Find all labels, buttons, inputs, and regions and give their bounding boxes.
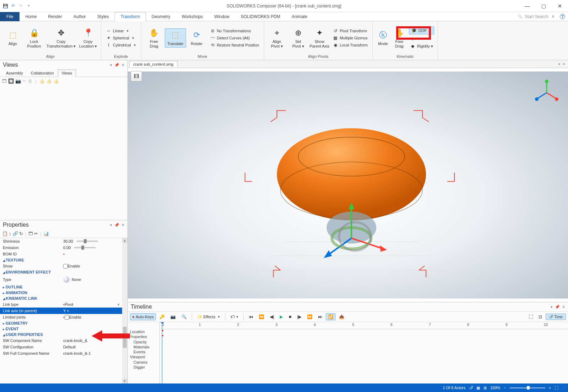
step-forward-button[interactable]: |▶: [295, 313, 304, 320]
views-tool-icon[interactable]: 🔲: [8, 78, 14, 84]
prop-tool-icon[interactable]: ↻: [19, 231, 23, 236]
ribbon-collapse-icon[interactable]: ᐱ: [552, 15, 554, 18]
prop-tool-icon[interactable]: 🔗: [12, 231, 18, 236]
track-viewport[interactable]: Viewport: [129, 354, 158, 359]
panel-close-icon[interactable]: ✕: [121, 63, 125, 67]
prop-row-sw-full-name[interactable]: SW Full Component Namecrank-knob_&-1: [0, 350, 122, 357]
track-camera[interactable]: Camera: [129, 360, 158, 365]
pivot-transform-button[interactable]: ↺Pivot Transform: [332, 28, 369, 34]
time-mode-button[interactable]: ⮰Time: [546, 314, 566, 320]
fast-forward-button[interactable]: ⏩: [305, 313, 315, 320]
properties-scrollbar[interactable]: ▴ ▾: [122, 238, 127, 383]
tab-solidworks-pdm[interactable]: SOLIDWORKS PDM: [235, 12, 286, 21]
track-events[interactable]: Events: [129, 349, 158, 354]
prop-cat-geometry[interactable]: GEOMETRY: [0, 320, 122, 326]
tl-tool-button[interactable]: 📤: [337, 313, 346, 320]
prop-tool-icon[interactable]: 🗔: [28, 231, 33, 236]
free-drag-button[interactable]: ✋Free Drag: [143, 27, 165, 49]
panel-close-icon[interactable]: ✕: [562, 305, 565, 309]
prop-cat-animation[interactable]: ANIMATION: [0, 290, 122, 296]
status-resize-grip-icon[interactable]: ⋰: [562, 386, 566, 390]
local-transform-button[interactable]: ◉Local Transform: [332, 42, 369, 48]
prop-cat-outline[interactable]: OUTLINE: [0, 284, 122, 290]
explode-linear-button[interactable]: ↔Linear▼: [105, 28, 137, 34]
panel-unpin-icon[interactable]: 📌: [114, 223, 119, 227]
show-parent-axis-button[interactable]: ✦Show Parent Axis: [309, 27, 330, 49]
timeline-keyframe[interactable]: [162, 330, 163, 331]
prop-row-bom-id[interactable]: BOM ID▪: [0, 251, 122, 257]
loop-button[interactable]: 🔁: [326, 313, 335, 320]
effects-button[interactable]: ✨Effects▼: [195, 313, 222, 320]
minimize-button[interactable]: —: [519, 0, 535, 12]
status-apps-icon[interactable]: ⊞: [484, 386, 487, 390]
tab-author[interactable]: Author: [68, 12, 92, 21]
viewport-film-icon[interactable]: 🎞: [131, 71, 142, 82]
explode-spherical-button[interactable]: ✶Spherical▼: [105, 35, 137, 41]
prop-row-limited-joints[interactable]: Limited joints▪ Enable: [0, 314, 122, 320]
tab-home[interactable]: Home: [20, 12, 42, 21]
limited-joints-checkbox[interactable]: [65, 315, 69, 320]
3d-viewport[interactable]: 🎞: [128, 68, 568, 302]
views-tool-icon[interactable]: 📷: [15, 78, 21, 84]
panel-pin-icon[interactable]: ▾: [110, 63, 112, 67]
timeline-ruler[interactable]: 0 1 2 3 4 5 6 7 8 9 10: [160, 322, 568, 329]
prop-tool-icon[interactable]: ✏: [34, 231, 38, 236]
restore-neutral-button[interactable]: ⟲Restore Neutral Position: [209, 42, 260, 48]
prop-row-link-type[interactable]: Link type▪ Pivot▾: [0, 301, 122, 308]
qat-dropdown-icon[interactable]: ▼: [26, 3, 32, 9]
detect-curves-button[interactable]: 〰Detect Curves (Alt): [209, 35, 260, 41]
prop-cat-user-properties[interactable]: USER PROPERTIES: [0, 332, 122, 337]
zoom-slider[interactable]: [510, 387, 545, 388]
views-tool-icon[interactable]: ✂: [22, 78, 26, 84]
dof-button[interactable]: 🎓DOF: [409, 27, 434, 34]
set-pivot-button[interactable]: ⊕Set Pivot ▾: [288, 27, 309, 49]
document-tab[interactable]: crank sub_content.smg: [129, 61, 178, 67]
stop-button[interactable]: ■: [286, 313, 293, 320]
tab-styles[interactable]: Styles: [92, 12, 115, 21]
panel-unpin-icon[interactable]: 📌: [555, 305, 560, 309]
explode-cylindrical-button[interactable]: ⌇Cylindrical▼: [105, 42, 137, 48]
close-button[interactable]: ✕: [552, 0, 568, 12]
views-tab-assembly[interactable]: Assembly: [2, 70, 27, 77]
views-tool-icon[interactable]: 👍: [53, 78, 59, 84]
prop-tool-icon[interactable]: 📊: [43, 231, 49, 236]
tab-render[interactable]: Render: [42, 12, 67, 21]
views-tab-views[interactable]: Views: [58, 70, 76, 77]
doc-tab-dropdown-icon[interactable]: ▾: [558, 62, 560, 66]
track-materials[interactable]: Materials: [129, 344, 158, 349]
rewind-button[interactable]: ⏪: [257, 313, 266, 320]
timeline-keyframe[interactable]: [162, 335, 163, 336]
scroll-up-icon[interactable]: ▴: [122, 238, 127, 243]
step-back-button[interactable]: ◀|: [268, 313, 276, 320]
tl-zoom-button[interactable]: ⊡: [536, 313, 544, 320]
prop-row-sw-config[interactable]: SW ConfigurationDefault: [0, 344, 122, 350]
copy-transformation-button[interactable]: ✥Copy Transformation ▾: [45, 27, 77, 49]
goto-start-button[interactable]: ⏮: [247, 313, 255, 320]
status-cursor-icon[interactable]: ⮰: [469, 386, 473, 390]
prop-row-type[interactable]: TypeNone: [0, 275, 122, 284]
prop-row-emission[interactable]: Emission0.00: [0, 244, 122, 251]
track-location[interactable]: Location: [129, 329, 158, 334]
prop-tool-icon[interactable]: 📋: [2, 231, 8, 236]
rotate-button[interactable]: ⟳Rotate: [186, 29, 207, 47]
auto-keys-button[interactable]: ●Auto-Keys: [130, 313, 156, 320]
rigidity-button[interactable]: ◆Rigidity ▾: [409, 43, 434, 49]
file-menu-button[interactable]: File: [0, 12, 20, 21]
prop-row-shininess[interactable]: Shininess30.00: [0, 238, 122, 244]
kinematic-mode-button[interactable]: ⓚMode: [375, 29, 391, 47]
tab-window[interactable]: Window: [209, 12, 235, 21]
align-button[interactable]: ⬚Align: [2, 29, 23, 47]
copy-location-button[interactable]: 📍Copy Location ▾: [77, 27, 99, 49]
goto-end-button[interactable]: ⏭: [316, 313, 324, 320]
maximize-button[interactable]: ▢: [535, 0, 552, 12]
undo-icon[interactable]: ↶: [10, 3, 16, 9]
panel-pin-icon[interactable]: ▾: [110, 223, 112, 227]
kin-unknown-button[interactable]: ⚙: [409, 36, 434, 42]
scroll-down-icon[interactable]: ▾: [122, 379, 127, 383]
tl-tool-button[interactable]: 🔍: [179, 313, 189, 320]
prop-cat-event[interactable]: EVENT: [0, 326, 122, 332]
scroll-thumb[interactable]: [123, 327, 127, 348]
lock-position-button[interactable]: 🔒Lock Position: [23, 27, 45, 49]
zoom-out-button[interactable]: −: [504, 386, 506, 390]
save-icon[interactable]: 💾: [2, 3, 9, 9]
